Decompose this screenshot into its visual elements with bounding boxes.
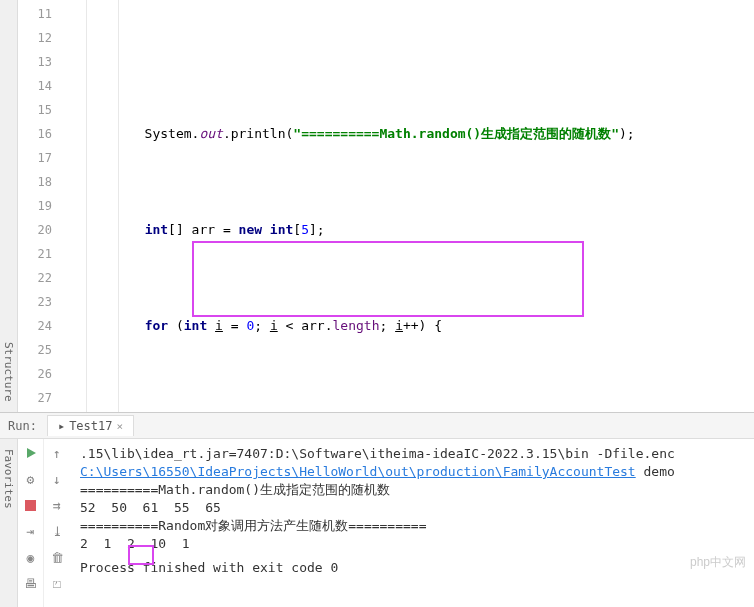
line-num[interactable]: 25 xyxy=(18,338,52,362)
line-num[interactable]: 18 xyxy=(18,170,52,194)
line-num[interactable]: 21 xyxy=(18,242,52,266)
line-number-gutter: 11 12 13 14 15 16 17 18 19 20 21 22 23 2… xyxy=(18,0,62,412)
close-icon[interactable]: × xyxy=(117,420,124,433)
line-num[interactable]: 27 xyxy=(18,386,52,410)
up-icon[interactable]: ↑ xyxy=(49,445,65,461)
code-line[interactable]: arr[i] = (int) (20 + Math.random() * (80… xyxy=(62,410,754,412)
console-line: ==========Random对象调用方法产生随机数========== xyxy=(80,517,744,535)
highlight-annotation xyxy=(192,241,584,317)
line-num[interactable]: 22 xyxy=(18,266,52,290)
favorites-tool-tab[interactable]: Favorites xyxy=(0,439,18,607)
line-num[interactable]: 26 xyxy=(18,362,52,386)
structure-tool-tab[interactable]: Structure xyxy=(0,0,18,412)
line-num[interactable]: 23 xyxy=(18,290,52,314)
console-line: 2 1 2 10 1 xyxy=(80,535,744,553)
down-icon[interactable]: ↓ xyxy=(49,471,65,487)
console-line: .15\lib\idea_rt.jar=7407:D:\Software\ith… xyxy=(80,445,744,463)
editor-area: Structure 11 12 13 14 15 16 17 18 19 20 … xyxy=(0,0,754,412)
filter-icon[interactable]: ⏍ xyxy=(49,575,65,591)
camera-icon[interactable]: ◉ xyxy=(23,549,39,565)
run-tab-label: Test17 xyxy=(69,419,112,433)
run-toolbar-primary: ⚙ ⇥ ◉ 🖶 xyxy=(18,439,44,607)
line-num[interactable]: 16 xyxy=(18,122,52,146)
line-num[interactable]: 14 xyxy=(18,74,52,98)
favorites-label: Favorites xyxy=(2,449,15,509)
console-line: Process finished with exit code 0 xyxy=(80,559,744,577)
run-config-icon: ▸ xyxy=(58,419,65,433)
watermark: php中文网 xyxy=(690,554,746,571)
structure-label: Structure xyxy=(2,342,15,402)
exit-button[interactable]: ⇥ xyxy=(23,523,39,539)
svg-marker-0 xyxy=(27,448,36,458)
run-panel: Run: ▸ Test17 × Favorites ⚙ ⇥ ◉ 🖶 ↑ ↓ ⇉ … xyxy=(0,412,754,607)
console-output[interactable]: .15\lib\idea_rt.jar=7407:D:\Software\ith… xyxy=(70,439,754,607)
code-line[interactable]: for (int i = 0; i < arr.length; i++) { xyxy=(62,314,754,338)
console-line: C:\Users\16550\IdeaProjects\HelloWorld\o… xyxy=(80,463,744,481)
code-line[interactable]: int[] arr = new int[5]; xyxy=(62,218,754,242)
run-header: Run: ▸ Test17 × xyxy=(0,413,754,439)
print-icon[interactable]: 🖶 xyxy=(23,575,39,591)
line-num[interactable]: 15 xyxy=(18,98,52,122)
line-num[interactable]: 11 xyxy=(18,2,52,26)
console-line: ==========Math.random()生成指定范围的随机数 xyxy=(80,481,744,499)
code-line[interactable]: System.out.println("==========Math.rando… xyxy=(62,122,754,146)
line-num[interactable]: 12 xyxy=(18,26,52,50)
line-num[interactable]: 13 xyxy=(18,50,52,74)
console-line: 52 50 61 55 65 xyxy=(80,499,744,517)
run-tab[interactable]: ▸ Test17 × xyxy=(47,415,134,436)
clear-icon[interactable]: 🗑 xyxy=(49,549,65,565)
line-num[interactable]: 19 xyxy=(18,194,52,218)
run-toolbar-secondary: ↑ ↓ ⇉ ⤓ 🗑 ⏍ xyxy=(44,439,70,607)
run-label: Run: xyxy=(8,419,37,433)
line-num[interactable]: 20 xyxy=(18,218,52,242)
tool-button[interactable]: ⚙ xyxy=(23,471,39,487)
line-num[interactable]: 24 xyxy=(18,314,52,338)
file-link[interactable]: C:\Users\16550\IdeaProjects\HelloWorld\o… xyxy=(80,464,636,479)
scroll-icon[interactable]: ⤓ xyxy=(49,523,65,539)
code-editor[interactable]: System.out.println("==========Math.rando… xyxy=(62,0,754,412)
rerun-button[interactable] xyxy=(23,445,39,461)
wrap-icon[interactable]: ⇉ xyxy=(49,497,65,513)
stop-button[interactable] xyxy=(23,497,39,513)
line-num[interactable]: 17 xyxy=(18,146,52,170)
